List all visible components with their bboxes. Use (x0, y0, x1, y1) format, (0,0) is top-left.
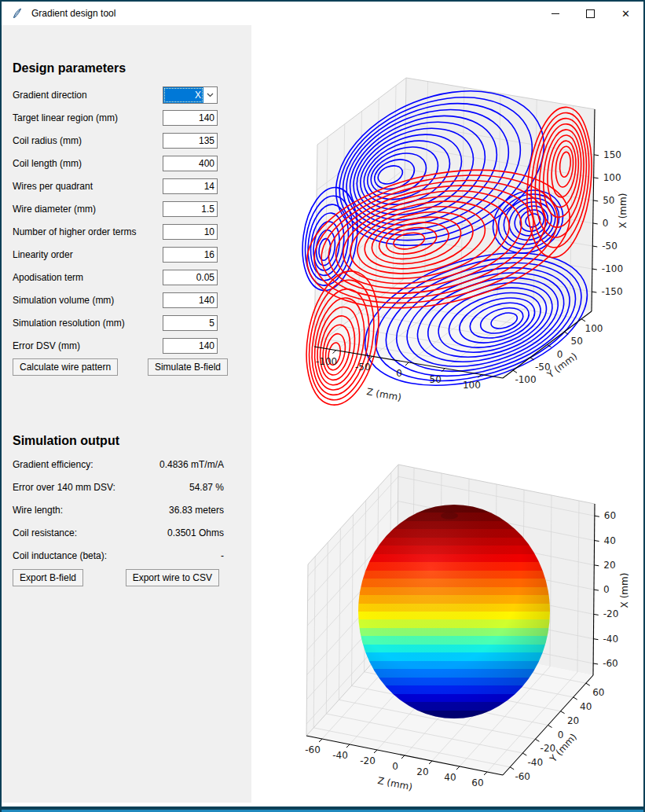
tick-label: -100 (316, 356, 337, 367)
tick-label: 0 (392, 761, 398, 772)
simulation-output-heading: Simulation output (13, 434, 119, 448)
export-wire-csv-button[interactable]: Export wire to CSV (126, 569, 219, 586)
apodisation-term-input[interactable] (163, 270, 218, 285)
error-over-dsv-label: Error over 140 mm DSV: (13, 482, 115, 493)
maximize-button[interactable] (573, 2, 608, 25)
tick-label: -60 (603, 658, 618, 669)
axis-label: Z (mm) (376, 775, 413, 792)
linearity-order-label: Linearity order (13, 249, 73, 260)
apodisation-term-label: Apodisation term (13, 272, 83, 283)
linearity-order-input[interactable] (163, 247, 218, 263)
error-dsv-input[interactable] (163, 338, 218, 354)
param-row: Coil radius (mm) (13, 129, 218, 152)
coil-length-input[interactable] (163, 156, 218, 171)
axis-label: X (mm) (618, 193, 629, 229)
gradient-efficiency-label: Gradient efficiency: (13, 459, 93, 470)
tk-feather-icon (11, 7, 24, 20)
output-row: Coil resistance: 0.3501 Ohms (13, 521, 224, 544)
wire-diameter-input[interactable] (163, 201, 218, 217)
coil-resistance-value: 0.3501 Ohms (167, 527, 224, 538)
app-window: Gradient design tool ✕ Design parameters… (0, 0, 645, 812)
wire-length-label: Wire length: (13, 505, 63, 516)
tick-label: 60 (471, 777, 483, 788)
window-bottom-border (2, 806, 643, 812)
parameter-buttons: Calculate wire pattern Simulate B-field (13, 358, 228, 376)
tick-label: 100 (463, 380, 481, 391)
param-row: Simulation resolution (mm) (13, 311, 218, 334)
tick-label: 40 (444, 772, 456, 783)
higher-order-terms-input[interactable] (163, 224, 218, 240)
param-row: Coil length (mm) (13, 152, 218, 175)
combobox-selected-value: X (163, 87, 203, 103)
output-row: Gradient efficiency: 0.4836 mT/m/A (13, 453, 224, 476)
gradient-direction-label: Gradient direction (13, 90, 87, 101)
wires-per-quadrant-input[interactable] (163, 178, 218, 194)
design-parameters-heading: Design parameters (13, 61, 126, 75)
coil-radius-label: Coil radius (mm) (13, 135, 82, 146)
tick-label: -60 (305, 744, 321, 755)
error-dsv-label: Error DSV (mm) (13, 340, 80, 351)
param-row: Linearity order (13, 243, 218, 266)
param-row: Wires per quadrant (13, 175, 218, 197)
tick-label: 0 (603, 218, 609, 229)
tick-label: -100 (515, 374, 536, 385)
simulation-resolution-input[interactable] (163, 315, 218, 331)
tick-label: 40 (580, 701, 592, 712)
tick-label: 50 (571, 336, 583, 347)
coil-inductance-label: Coil inductance (beta): (13, 550, 107, 561)
target-linear-region-label: Target linear region (mm) (13, 112, 118, 123)
error-over-dsv-value: 54.87 % (189, 482, 224, 493)
output-row: Coil inductance (beta): - (13, 544, 224, 567)
window-title: Gradient design tool (31, 8, 115, 19)
param-row-gradient-direction: Gradient direction X (13, 83, 218, 106)
tick-label: 40 (604, 535, 616, 546)
tick-label: -50 (602, 241, 618, 252)
chevron-down-icon[interactable] (203, 87, 217, 103)
tick-label: 50 (430, 374, 442, 385)
bfield-sphere-3d-plot: -60-40-200204060-60-40-200204060-60-40-2… (251, 429, 643, 808)
coil-length-label: Coil length (mm) (13, 158, 82, 169)
simulation-resolution-label: Simulation resolution (mm) (13, 318, 125, 329)
plot-area: -100-50050100-100-50050100-150-100-50050… (251, 25, 643, 803)
param-row: Number of higher order terms (13, 220, 218, 243)
parameters-panel: Design parameters Gradient direction X T… (2, 25, 251, 803)
tick-label: 100 (585, 323, 603, 334)
tick-label: 0 (396, 368, 402, 379)
calculate-wire-pattern-button[interactable]: Calculate wire pattern (13, 358, 118, 376)
simulation-volume-input[interactable] (163, 292, 218, 308)
simulation-volume-label: Simulation volume (mm) (13, 295, 114, 306)
coil-inductance-value: - (221, 550, 224, 561)
param-row: Wire diameter (mm) (13, 197, 218, 220)
tick-label: -40 (527, 757, 543, 768)
tick-label: 0 (558, 729, 564, 740)
window-content: Design parameters Gradient direction X T… (2, 25, 643, 803)
gradient-direction-combobox[interactable]: X (163, 86, 218, 104)
window-controls: ✕ (537, 2, 643, 25)
coil-radius-input[interactable] (163, 133, 218, 149)
minimize-button[interactable] (537, 2, 573, 25)
tick-label: 100 (603, 172, 621, 183)
param-row: Target linear region (mm) (13, 106, 218, 129)
output-row: Error over 140 mm DSV: 54.87 % (13, 476, 224, 498)
export-buttons: Export B-field Export wire to CSV (13, 569, 219, 586)
tick-label: 150 (603, 149, 621, 160)
gradient-efficiency-value: 0.4836 mT/m/A (159, 459, 224, 470)
tick-label: 20 (567, 715, 579, 726)
param-row: Simulation volume (mm) (13, 288, 218, 311)
tick-label: -40 (332, 750, 348, 761)
wire-pattern-3d-plot: -100-50050100-100-50050100-150-100-50050… (251, 25, 643, 429)
target-linear-region-input[interactable] (163, 110, 218, 126)
tick-label: -40 (603, 634, 618, 645)
param-row: Apodisation term (13, 266, 218, 288)
close-button[interactable]: ✕ (608, 2, 643, 25)
param-row: Error DSV (mm) (13, 334, 218, 357)
coil-resistance-label: Coil resistance: (13, 527, 77, 538)
tick-label: 20 (603, 560, 615, 571)
export-bfield-button[interactable]: Export B-field (13, 569, 83, 586)
tick-label: -20 (360, 755, 376, 766)
tick-label: 20 (416, 766, 428, 777)
simulate-bfield-button[interactable]: Simulate B-field (148, 358, 228, 376)
tick-label: 60 (604, 510, 616, 521)
tick-label: -60 (515, 771, 530, 782)
wire-length-value: 36.83 meters (169, 505, 224, 516)
